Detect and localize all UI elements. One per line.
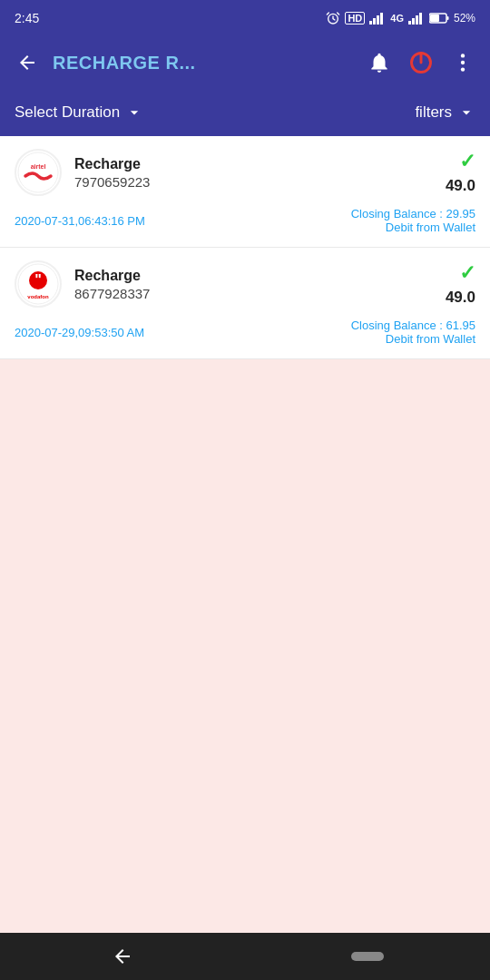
chevron-down-icon	[125, 103, 143, 122]
filters-label: filters	[415, 103, 452, 122]
select-duration-button[interactable]: Select Duration	[15, 103, 143, 122]
page-title: RECHARGE R...	[53, 53, 354, 74]
transaction-card: airtel Recharge 7970659223 ✓ 49.0 2020-0…	[0, 136, 490, 248]
card-top: airtel Recharge 7970659223 ✓ 49.0	[0, 136, 490, 203]
svg-point-17	[18, 152, 58, 192]
svg-text:airtel: airtel	[31, 163, 46, 170]
battery-icon	[429, 13, 449, 24]
power-icon	[408, 50, 434, 75]
power-button[interactable]	[405, 46, 437, 79]
filter-chevron-icon	[457, 103, 475, 122]
vodafone-svg: " vodafon	[16, 262, 60, 306]
svg-rect-7	[416, 15, 418, 24]
card-balance-info: Closing Balance : 29.95 Debit from Walle…	[351, 207, 475, 234]
svg-rect-8	[419, 13, 422, 24]
amount-value: 49.0	[446, 289, 475, 307]
content-area: airtel Recharge 7970659223 ✓ 49.0 2020-0…	[0, 136, 490, 359]
card-type: Recharge	[74, 268, 433, 284]
nav-back-icon	[112, 946, 133, 967]
nav-back-button[interactable]	[95, 938, 150, 975]
signal2-icon	[408, 12, 425, 24]
transaction-date: 2020-07-31,06:43:16 PM	[15, 214, 145, 228]
battery-percent: 52%	[454, 12, 475, 24]
card-type: Recharge	[74, 156, 433, 172]
card-info: Recharge 7970659223	[74, 156, 433, 190]
closing-balance: Closing Balance : 29.95	[351, 207, 475, 220]
transaction-card: " vodafon Recharge 8677928337 ✓ 49.0 202…	[0, 248, 490, 359]
closing-balance: Closing Balance : 61.95	[351, 318, 475, 332]
success-check-icon: ✓	[459, 150, 475, 173]
svg-rect-3	[377, 15, 379, 24]
svg-rect-23	[351, 952, 384, 961]
svg-rect-4	[380, 13, 383, 24]
filter-bar: Select Duration filters	[0, 89, 490, 136]
card-bottom: 2020-07-31,06:43:16 PM Closing Balance :…	[0, 203, 490, 247]
card-number: 8677928337	[74, 286, 433, 301]
home-pill-icon	[351, 949, 384, 964]
svg-rect-2	[373, 18, 376, 24]
debit-label: Debit from Wallet	[351, 332, 475, 346]
toolbar: RECHARGE R...	[0, 36, 490, 89]
svg-rect-1	[369, 21, 372, 24]
bell-icon	[368, 51, 391, 74]
network-label: 4G	[390, 13, 404, 24]
card-amount: ✓ 49.0	[446, 261, 475, 307]
hd-badge: HD	[345, 12, 365, 24]
select-duration-label: Select Duration	[15, 103, 120, 122]
alarm-icon	[326, 11, 340, 25]
svg-point-14	[461, 54, 465, 57]
svg-point-15	[461, 61, 465, 64]
nav-home-button[interactable]	[340, 938, 395, 975]
svg-rect-10	[430, 15, 439, 22]
card-top: " vodafon Recharge 8677928337 ✓ 49.0	[0, 248, 490, 315]
success-check-icon: ✓	[459, 261, 475, 285]
card-bottom: 2020-07-29,09:53:50 AM Closing Balance :…	[0, 315, 490, 358]
card-number: 7970659223	[74, 174, 433, 190]
airtel-logo: airtel	[15, 149, 62, 196]
amount-value: 49.0	[446, 177, 475, 195]
status-time: 2:45	[15, 11, 39, 25]
svg-rect-11	[446, 16, 448, 20]
card-info: Recharge 8677928337	[74, 268, 433, 301]
svg-text:": "	[34, 272, 42, 288]
time-display: 2:45	[15, 11, 39, 25]
svg-rect-6	[412, 18, 415, 24]
status-bar: 2:45 HD 4G 52%	[0, 0, 490, 36]
more-vert-icon	[451, 51, 475, 74]
back-button[interactable]	[11, 46, 44, 79]
notifications-button[interactable]	[363, 46, 396, 79]
transaction-date: 2020-07-29,09:53:50 AM	[15, 326, 144, 339]
svg-rect-5	[408, 21, 411, 24]
card-balance-info: Closing Balance : 61.95 Debit from Walle…	[351, 318, 475, 346]
svg-point-16	[461, 67, 465, 71]
signal-icon	[369, 12, 386, 24]
card-amount: ✓ 49.0	[446, 150, 475, 195]
more-options-button[interactable]	[446, 46, 479, 79]
filters-button[interactable]: filters	[415, 103, 475, 122]
bottom-nav-bar	[0, 933, 490, 980]
svg-text:vodafon: vodafon	[27, 294, 49, 299]
debit-label: Debit from Wallet	[351, 220, 475, 234]
back-icon	[16, 52, 38, 74]
airtel-svg: airtel	[16, 151, 60, 194]
vodafone-logo: " vodafon	[15, 260, 62, 308]
battery-svg	[429, 13, 449, 24]
status-icons: HD 4G 52%	[326, 11, 475, 25]
